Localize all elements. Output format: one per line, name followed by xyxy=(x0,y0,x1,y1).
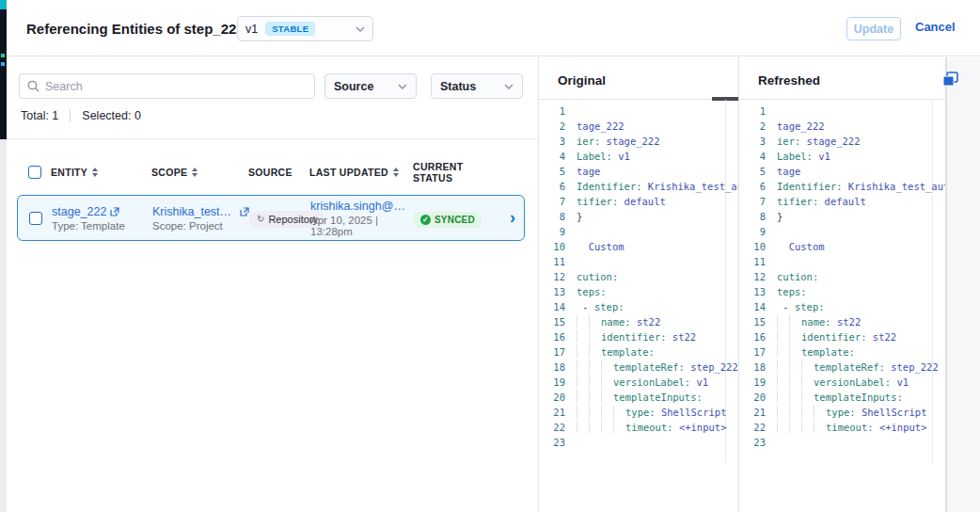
code-token: Label: xyxy=(777,151,818,162)
indent-guide xyxy=(789,360,801,373)
sort-icon[interactable] xyxy=(393,168,399,177)
indent-guide xyxy=(577,344,589,358)
indent-guide xyxy=(789,314,801,328)
indent-guide xyxy=(577,329,589,343)
copy-icon[interactable] xyxy=(942,71,961,88)
code-line: 6Identifier: Krishika_test_aut xyxy=(539,179,738,194)
code-token: - xyxy=(777,301,795,312)
refreshed-code[interactable]: 12tage_2223ier: stage_2224Label: v15tage… xyxy=(739,104,945,450)
code-line: 18templateRef: step_222 xyxy=(539,360,738,375)
code-token: tifier: xyxy=(777,196,825,207)
indent-guide xyxy=(801,390,814,403)
line-number: 3 xyxy=(739,134,766,149)
update-button[interactable]: Update xyxy=(846,17,901,40)
row-checkbox[interactable] xyxy=(29,212,42,225)
code-line: 14 - step: xyxy=(539,299,738,314)
sort-icon[interactable] xyxy=(192,168,198,177)
indent-guide xyxy=(589,344,601,358)
code-token: tage xyxy=(577,166,600,177)
indent-guide xyxy=(589,314,601,328)
updated-by-link[interactable]: krishika.singh@harnes... xyxy=(310,200,414,213)
line-number: 7 xyxy=(739,194,766,209)
code-token: v1 xyxy=(818,151,830,162)
column-header-last-updated: LAST UPDATED xyxy=(309,167,413,178)
indent-guide xyxy=(589,420,601,433)
code-line: 18templateRef: step_222 xyxy=(739,360,945,375)
source-filter-label: Source xyxy=(334,80,373,93)
indent-guide xyxy=(589,375,601,388)
check-icon: ✓ xyxy=(420,215,431,225)
indent-guide xyxy=(789,329,801,343)
code-token: - xyxy=(577,301,594,312)
line-number: 18 xyxy=(539,360,565,375)
code-line: 17template: xyxy=(739,344,945,360)
search-icon xyxy=(27,80,40,92)
sidebar-dark xyxy=(0,9,7,139)
code-token: Label: xyxy=(577,151,618,162)
code-token: type: xyxy=(826,407,861,418)
code-token: st22 xyxy=(873,331,896,343)
status-filter-label: Status xyxy=(440,80,476,93)
line-number: 17 xyxy=(539,344,565,360)
indent-guide xyxy=(789,344,801,358)
line-number: 17 xyxy=(739,344,766,360)
referencing-entities-dialog: Referencing Entities of step_222 v1 STAB… xyxy=(0,0,980,512)
source-filter-dropdown[interactable]: Source xyxy=(324,73,417,99)
original-code[interactable]: 12tage_2223ier: stage_2224Label: v15tage… xyxy=(539,104,738,450)
code-token: stage_222 xyxy=(607,136,660,147)
line-number: 1 xyxy=(739,104,766,119)
code-token: Identifier: xyxy=(577,181,648,192)
line-number: 9 xyxy=(539,224,565,239)
horizontal-scrollbar-track xyxy=(539,99,738,100)
column-header-source: SOURCE xyxy=(248,167,309,178)
code-line: 17template: xyxy=(539,344,738,360)
line-number: 22 xyxy=(539,420,565,435)
total-count: Total: 1 xyxy=(21,109,58,122)
code-token: ier: xyxy=(577,136,607,147)
line-number: 4 xyxy=(539,149,565,164)
select-all-checkbox[interactable] xyxy=(28,166,41,179)
indent-guide xyxy=(801,420,814,433)
line-number: 8 xyxy=(739,209,766,224)
line-number: 4 xyxy=(739,149,766,164)
indent-guide xyxy=(589,405,601,418)
code-token: tage_222 xyxy=(777,120,825,132)
line-number: 6 xyxy=(739,179,766,194)
code-token: } xyxy=(777,211,782,222)
sort-icon[interactable] xyxy=(92,168,98,177)
indent-guide xyxy=(777,314,789,328)
original-panel[interactable]: Original 12tage_2223ier: stage_2224Label… xyxy=(539,57,739,512)
code-line: 21type: ShellScript xyxy=(739,405,945,420)
indent-guide xyxy=(577,360,589,373)
code-line: 16identifier: st22 xyxy=(539,329,738,344)
status-filter-dropdown[interactable]: Status xyxy=(431,73,523,99)
totals-bar: Total: 1 Selected: 0 xyxy=(21,109,141,122)
cancel-button[interactable]: Cancel xyxy=(915,20,956,34)
code-token: default xyxy=(624,196,666,207)
code-line: 4Label: v1 xyxy=(539,149,738,164)
code-token: templateRef: xyxy=(814,361,891,373)
code-line: 23 xyxy=(739,435,945,450)
refreshed-panel[interactable]: Refreshed 12tage_2223ier: stage_2224Labe… xyxy=(739,57,946,512)
line-number: 3 xyxy=(539,134,565,149)
scope-link[interactable]: Krishika_test_au... xyxy=(152,205,249,218)
version-select[interactable]: v1 STABLE xyxy=(237,16,373,41)
indent-guide xyxy=(789,420,801,433)
page-title: Referencing Entities of step_222 xyxy=(26,21,245,37)
code-line: 9 xyxy=(539,224,738,239)
divider xyxy=(7,138,539,139)
line-number: 1 xyxy=(539,104,565,119)
table-row[interactable]: stage_222 Type: Template Krishika_test_a… xyxy=(17,195,525,241)
code-token: stage_222 xyxy=(807,136,861,147)
external-link-icon xyxy=(110,207,119,216)
chevron-right-icon[interactable]: › xyxy=(510,208,515,227)
table-header: ENTITY SCOPE SOURCE LAST UPDATED CURRENT… xyxy=(17,161,529,184)
code-token: Identifier: xyxy=(777,181,848,192)
entity-link[interactable]: stage_222 xyxy=(52,205,152,218)
code-line: 14 - step: xyxy=(739,299,945,314)
code-line: 12cution: xyxy=(539,269,738,284)
search-input[interactable] xyxy=(45,80,307,93)
search-box xyxy=(19,73,315,99)
line-number: 13 xyxy=(739,284,766,299)
code-token: templateRef: xyxy=(613,361,690,373)
